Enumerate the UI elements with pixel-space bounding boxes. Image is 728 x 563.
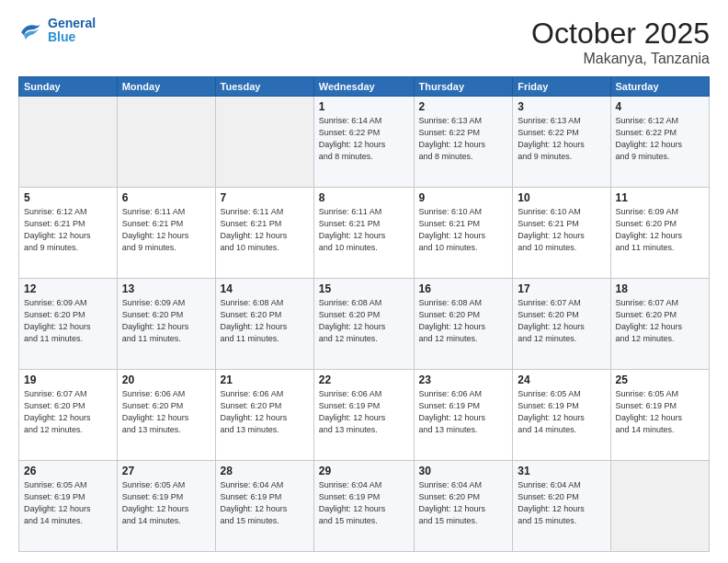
day-info: Sunrise: 6:05 AMSunset: 6:19 PMDaylight:… (616, 388, 705, 436)
day-number: 18 (616, 282, 705, 295)
day-number: 28 (221, 465, 309, 477)
weekday-header: Friday (513, 77, 610, 97)
day-number: 19 (24, 373, 112, 386)
calendar-header-row: SundayMondayTuesdayWednesdayThursdayFrid… (19, 77, 710, 97)
calendar-cell: 7Sunrise: 6:11 AMSunset: 6:21 PMDaylight… (215, 188, 313, 279)
page: General Blue October 2025 Makanya, Tanza… (0, 0, 728, 563)
weekday-header: Thursday (414, 77, 513, 97)
day-info: Sunrise: 6:13 AMSunset: 6:22 PMDaylight:… (518, 115, 605, 163)
day-number: 29 (319, 465, 409, 477)
day-number: 26 (24, 465, 112, 477)
day-info: Sunrise: 6:04 AMSunset: 6:20 PMDaylight:… (419, 479, 508, 527)
calendar-cell: 17Sunrise: 6:07 AMSunset: 6:20 PMDayligh… (513, 279, 610, 370)
calendar-cell: 19Sunrise: 6:07 AMSunset: 6:20 PMDayligh… (19, 370, 118, 461)
calendar-cell: 18Sunrise: 6:07 AMSunset: 6:20 PMDayligh… (610, 279, 710, 370)
day-number: 24 (518, 373, 605, 386)
calendar-cell: 29Sunrise: 6:04 AMSunset: 6:19 PMDayligh… (313, 461, 414, 552)
day-info: Sunrise: 6:11 AMSunset: 6:21 PMDaylight:… (221, 206, 309, 254)
calendar-cell: 15Sunrise: 6:08 AMSunset: 6:20 PMDayligh… (313, 279, 414, 370)
calendar-cell: 1Sunrise: 6:14 AMSunset: 6:22 PMDaylight… (313, 97, 414, 188)
day-info: Sunrise: 6:10 AMSunset: 6:21 PMDaylight:… (518, 206, 605, 254)
day-number: 7 (221, 191, 309, 204)
calendar-cell: 27Sunrise: 6:05 AMSunset: 6:19 PMDayligh… (117, 461, 215, 552)
day-info: Sunrise: 6:05 AMSunset: 6:19 PMDaylight:… (518, 388, 605, 436)
day-info: Sunrise: 6:12 AMSunset: 6:21 PMDaylight:… (24, 206, 112, 254)
day-info: Sunrise: 6:09 AMSunset: 6:20 PMDaylight:… (122, 297, 210, 345)
calendar-cell: 5Sunrise: 6:12 AMSunset: 6:21 PMDaylight… (19, 188, 118, 279)
day-number: 21 (221, 373, 309, 386)
day-info: Sunrise: 6:06 AMSunset: 6:20 PMDaylight:… (122, 388, 210, 436)
day-number: 3 (518, 100, 605, 113)
calendar-cell (117, 97, 215, 188)
day-number: 22 (319, 373, 409, 386)
day-number: 30 (419, 465, 508, 477)
calendar-cell: 8Sunrise: 6:11 AMSunset: 6:21 PMDaylight… (313, 188, 414, 279)
day-number: 2 (419, 100, 508, 113)
day-number: 25 (616, 373, 705, 386)
day-info: Sunrise: 6:04 AMSunset: 6:19 PMDaylight:… (221, 479, 309, 527)
weekday-header: Sunday (19, 77, 118, 97)
day-number: 23 (419, 373, 508, 386)
weekday-header: Saturday (610, 77, 710, 97)
calendar-cell: 13Sunrise: 6:09 AMSunset: 6:20 PMDayligh… (117, 279, 215, 370)
logo: General Blue (18, 17, 96, 45)
day-number: 1 (319, 100, 409, 113)
day-info: Sunrise: 6:09 AMSunset: 6:20 PMDaylight:… (616, 206, 705, 254)
day-number: 5 (24, 191, 112, 204)
day-info: Sunrise: 6:14 AMSunset: 6:22 PMDaylight:… (319, 115, 409, 163)
calendar-cell: 3Sunrise: 6:13 AMSunset: 6:22 PMDaylight… (513, 97, 610, 188)
day-info: Sunrise: 6:07 AMSunset: 6:20 PMDaylight:… (518, 297, 605, 345)
location: Makanya, Tanzania (531, 51, 710, 67)
day-number: 11 (616, 191, 705, 204)
day-info: Sunrise: 6:10 AMSunset: 6:21 PMDaylight:… (419, 206, 508, 254)
calendar-table: SundayMondayTuesdayWednesdayThursdayFrid… (18, 76, 710, 552)
calendar-week-row: 19Sunrise: 6:07 AMSunset: 6:20 PMDayligh… (19, 370, 710, 461)
day-info: Sunrise: 6:08 AMSunset: 6:20 PMDaylight:… (419, 297, 508, 345)
logo-bird-icon (18, 19, 44, 41)
day-info: Sunrise: 6:05 AMSunset: 6:19 PMDaylight:… (24, 479, 112, 527)
calendar-cell: 20Sunrise: 6:06 AMSunset: 6:20 PMDayligh… (117, 370, 215, 461)
day-info: Sunrise: 6:07 AMSunset: 6:20 PMDaylight:… (616, 297, 705, 345)
calendar-cell: 26Sunrise: 6:05 AMSunset: 6:19 PMDayligh… (19, 461, 118, 552)
calendar-cell: 25Sunrise: 6:05 AMSunset: 6:19 PMDayligh… (610, 370, 710, 461)
month-title: October 2025 (531, 17, 710, 51)
day-info: Sunrise: 6:05 AMSunset: 6:19 PMDaylight:… (122, 479, 210, 527)
day-number: 8 (319, 191, 409, 204)
day-info: Sunrise: 6:04 AMSunset: 6:19 PMDaylight:… (319, 479, 409, 527)
calendar-cell: 4Sunrise: 6:12 AMSunset: 6:22 PMDaylight… (610, 97, 710, 188)
header: General Blue October 2025 Makanya, Tanza… (18, 17, 710, 67)
calendar-cell: 21Sunrise: 6:06 AMSunset: 6:20 PMDayligh… (215, 370, 313, 461)
day-number: 31 (518, 465, 605, 477)
day-number: 14 (221, 282, 309, 295)
calendar-week-row: 12Sunrise: 6:09 AMSunset: 6:20 PMDayligh… (19, 279, 710, 370)
day-number: 10 (518, 191, 605, 204)
calendar-cell: 22Sunrise: 6:06 AMSunset: 6:19 PMDayligh… (313, 370, 414, 461)
day-info: Sunrise: 6:06 AMSunset: 6:20 PMDaylight:… (221, 388, 309, 436)
day-number: 27 (122, 465, 210, 477)
calendar-week-row: 26Sunrise: 6:05 AMSunset: 6:19 PMDayligh… (19, 461, 710, 552)
calendar-cell (610, 461, 710, 552)
calendar-cell: 24Sunrise: 6:05 AMSunset: 6:19 PMDayligh… (513, 370, 610, 461)
calendar-cell: 16Sunrise: 6:08 AMSunset: 6:20 PMDayligh… (414, 279, 513, 370)
day-info: Sunrise: 6:08 AMSunset: 6:20 PMDaylight:… (221, 297, 309, 345)
day-info: Sunrise: 6:07 AMSunset: 6:20 PMDaylight:… (24, 388, 112, 436)
calendar-week-row: 1Sunrise: 6:14 AMSunset: 6:22 PMDaylight… (19, 97, 710, 188)
weekday-header: Monday (117, 77, 215, 97)
weekday-header: Tuesday (215, 77, 313, 97)
calendar-cell: 23Sunrise: 6:06 AMSunset: 6:19 PMDayligh… (414, 370, 513, 461)
calendar-cell: 14Sunrise: 6:08 AMSunset: 6:20 PMDayligh… (215, 279, 313, 370)
day-info: Sunrise: 6:06 AMSunset: 6:19 PMDaylight:… (419, 388, 508, 436)
calendar-week-row: 5Sunrise: 6:12 AMSunset: 6:21 PMDaylight… (19, 188, 710, 279)
day-number: 15 (319, 282, 409, 295)
day-number: 16 (419, 282, 508, 295)
calendar-cell: 11Sunrise: 6:09 AMSunset: 6:20 PMDayligh… (610, 188, 710, 279)
calendar-cell (215, 97, 313, 188)
calendar-cell (19, 97, 118, 188)
day-number: 9 (419, 191, 508, 204)
day-number: 4 (616, 100, 705, 113)
day-info: Sunrise: 6:13 AMSunset: 6:22 PMDaylight:… (419, 115, 508, 163)
logo-text: General Blue (48, 17, 96, 45)
title-block: October 2025 Makanya, Tanzania (531, 17, 710, 67)
day-info: Sunrise: 6:11 AMSunset: 6:21 PMDaylight:… (319, 206, 409, 254)
day-number: 13 (122, 282, 210, 295)
